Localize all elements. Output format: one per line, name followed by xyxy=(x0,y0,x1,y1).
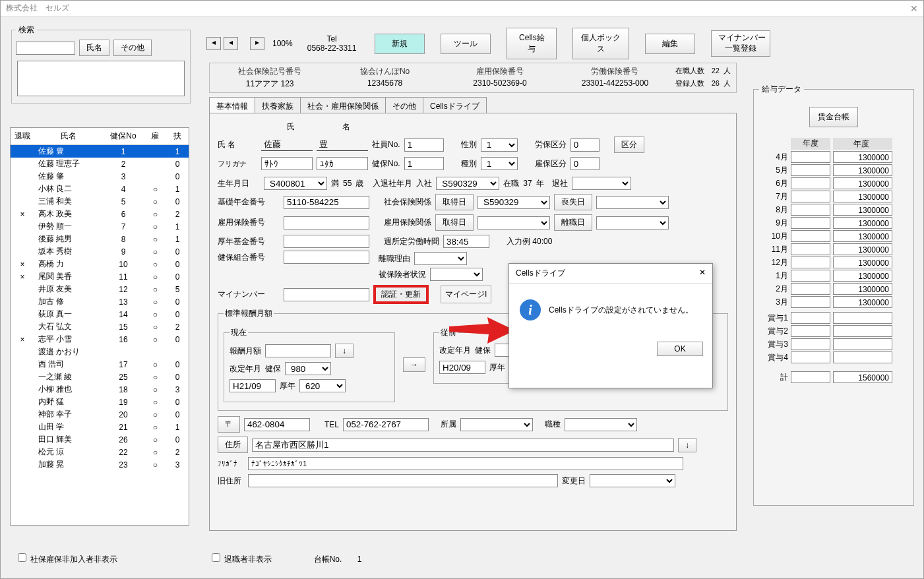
sal-m-6-b[interactable]: 1300000 xyxy=(833,230,892,242)
sal-b-1-a[interactable] xyxy=(791,325,830,337)
ko-get-button[interactable]: 取得日 xyxy=(435,214,474,231)
rouho-input[interactable] xyxy=(570,138,600,152)
table-row[interactable]: 加古 修13○0 xyxy=(11,295,189,308)
table-row[interactable]: 大石 弘文15○2 xyxy=(11,320,189,333)
mei-kana-input[interactable] xyxy=(317,157,368,170)
table-row[interactable]: 荻原 真一14○0 xyxy=(11,308,189,320)
personal-box-button[interactable]: 個人ボックス xyxy=(572,28,629,59)
table-row[interactable]: 佐藤 豊11 xyxy=(11,145,189,158)
sal-m-7-b[interactable]: 1300000 xyxy=(833,243,892,255)
sal-m-5-b[interactable]: 1300000 xyxy=(833,217,892,229)
table-row[interactable]: 小柳 雅也18○3 xyxy=(11,383,189,396)
sal-b-0-a[interactable] xyxy=(791,312,830,324)
sal-m-6-a[interactable] xyxy=(791,230,830,242)
sal-m-11-a[interactable] xyxy=(791,296,830,308)
sal-m-7-a[interactable] xyxy=(791,243,830,255)
week-input[interactable] xyxy=(443,235,489,248)
kenpono-input[interactable] xyxy=(404,157,444,170)
new-button[interactable]: 新規 xyxy=(375,34,425,54)
table-row[interactable]: 佐藤 肇30 xyxy=(11,170,189,183)
empno-input[interactable] xyxy=(404,138,444,152)
sal-b-2-a[interactable] xyxy=(791,338,830,350)
change-date-select[interactable] xyxy=(590,474,675,487)
sal-m-8-b[interactable]: 1300000 xyxy=(833,257,892,268)
table-row[interactable]: 伊勢 順一7○1 xyxy=(11,220,189,233)
table-row[interactable]: 西 浩司17○0 xyxy=(11,358,189,371)
cells-salary-button[interactable]: Cells給与 xyxy=(507,28,557,59)
job-select[interactable] xyxy=(565,418,637,431)
sal-m-10-a[interactable] xyxy=(791,283,830,295)
table-row[interactable]: 三浦 和美5○0 xyxy=(11,195,189,208)
kubun-button[interactable]: 区分 xyxy=(614,137,644,153)
konen-now-select[interactable]: 620 xyxy=(299,379,346,392)
sal-m-4-a[interactable] xyxy=(791,204,830,216)
mei-input[interactable] xyxy=(317,139,368,151)
table-row[interactable]: 渡邉 かおり xyxy=(11,346,189,358)
mynumber-input[interactable] xyxy=(284,288,369,301)
ko-leave-button[interactable]: 離職日 xyxy=(554,214,592,231)
koyono-input[interactable] xyxy=(284,216,369,229)
status-select[interactable] xyxy=(430,268,483,281)
table-row[interactable]: 井原 友美12○5 xyxy=(11,283,189,295)
table-row[interactable]: 山田 学21○1 xyxy=(11,421,189,433)
sal-m-10-b[interactable]: 1300000 xyxy=(833,283,892,295)
dialog-ok-button[interactable]: OK xyxy=(657,342,703,356)
sal-b-3-b[interactable] xyxy=(833,351,892,363)
sal-m-9-a[interactable] xyxy=(791,270,830,282)
prev-button[interactable]: ◂ xyxy=(206,37,221,50)
addr-down-button[interactable]: ↓ xyxy=(678,438,696,452)
address-kana-input[interactable] xyxy=(248,457,683,470)
chk-retired[interactable] xyxy=(212,553,220,562)
sal-m-3-a[interactable] xyxy=(791,191,830,202)
sal-m-5-a[interactable] xyxy=(791,217,830,229)
chk-nonenrolled[interactable] xyxy=(18,553,26,562)
tel-input[interactable] xyxy=(343,418,429,431)
sal-m-1-a[interactable] xyxy=(791,164,830,176)
table-row[interactable]: 加藤 晃23○3 xyxy=(11,458,189,471)
postal-button[interactable]: 〒 xyxy=(218,416,240,433)
dept-select[interactable] xyxy=(460,418,533,431)
sal-m-2-b[interactable]: 1300000 xyxy=(833,177,892,189)
table-row[interactable]: 坂本 秀樹9○0 xyxy=(11,245,189,258)
sh-lost-button[interactable]: 喪失日 xyxy=(554,194,592,210)
sal-m-1-b[interactable]: 1300000 xyxy=(833,164,892,176)
prev-button-2[interactable]: ◂ xyxy=(224,37,238,50)
kenpo-now-select[interactable]: 980 xyxy=(285,362,331,375)
sal-m-11-b[interactable]: 1300000 xyxy=(833,296,892,308)
sal-m-9-b[interactable]: 1300000 xyxy=(833,270,892,282)
hire-date-select[interactable]: S590329 xyxy=(436,177,499,190)
search-input[interactable] xyxy=(16,42,75,55)
sal-m-0-b[interactable]: 1300000 xyxy=(833,151,892,163)
sei-kana-input[interactable] xyxy=(261,157,313,170)
ko-date-select[interactable] xyxy=(477,216,550,229)
address-button[interactable]: 住所 xyxy=(218,437,248,453)
table-row[interactable]: ×高木 政美6○2 xyxy=(11,208,189,220)
search-other-button[interactable]: その他 xyxy=(113,40,152,56)
close-icon[interactable]: ✕ xyxy=(910,3,918,14)
sei-input[interactable] xyxy=(261,139,313,151)
koyo-input[interactable] xyxy=(570,157,600,170)
sal-m-4-b[interactable]: 1300000 xyxy=(833,204,892,216)
table-row[interactable]: 小林 良二4○1 xyxy=(11,183,189,195)
table-row[interactable]: 佐藤 理恵子20 xyxy=(11,158,189,170)
wage-ledger-button[interactable]: 賃金台帳 xyxy=(809,107,858,127)
table-row[interactable]: 田口 輝美26○0 xyxy=(11,433,189,446)
sal-m-2-a[interactable] xyxy=(791,177,830,189)
employee-list[interactable]: 退職 氏名 健保No 雇 扶 佐藤 豊11佐藤 理恵子20佐藤 肇30小林 良二… xyxy=(10,127,189,526)
sh-lost-select[interactable] xyxy=(596,196,669,209)
table-row[interactable]: 松元 涼22○2 xyxy=(11,446,189,458)
sal-m-8-a[interactable] xyxy=(791,257,830,268)
search-result-area[interactable] xyxy=(17,61,185,96)
fund-input[interactable] xyxy=(284,235,369,248)
table-row[interactable]: ×尾関 美香11○0 xyxy=(11,270,189,283)
sex-select[interactable]: 1 xyxy=(481,138,518,152)
tool-button[interactable]: ツール xyxy=(441,34,491,54)
pension-input[interactable] xyxy=(284,196,369,209)
table-row[interactable]: ×高橋 力10○0 xyxy=(11,258,189,270)
table-row[interactable]: 後藤 純男8○1 xyxy=(11,233,189,245)
sal-b-3-a[interactable] xyxy=(791,351,830,363)
type-select[interactable]: 1 xyxy=(481,157,518,170)
sal-m-3-b[interactable]: 1300000 xyxy=(833,191,892,202)
sal-m-0-a[interactable] xyxy=(791,151,830,163)
table-row[interactable]: 一之瀬 綾25○0 xyxy=(11,371,189,383)
